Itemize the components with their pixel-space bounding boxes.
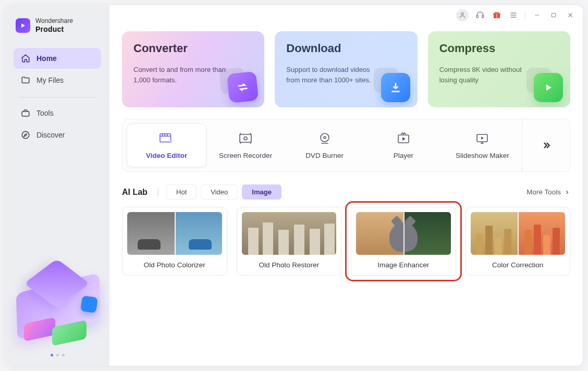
brand-line2: Product xyxy=(35,25,73,33)
sidebar-illustration xyxy=(5,244,109,354)
window-maximize-button[interactable] xyxy=(546,8,561,22)
ailab-tabs: Hot Video Image xyxy=(166,184,281,200)
svg-rect-3 xyxy=(476,15,478,18)
tool-label: DVD Burner xyxy=(305,152,344,159)
ailab-cards: Old Photo Colorizer Old Photo Restorer xyxy=(122,207,570,276)
ailab-card-old-photo-restorer[interactable]: Old Photo Restorer xyxy=(237,207,342,276)
tool-label: Player xyxy=(394,152,413,159)
brand-logo-icon xyxy=(16,18,30,33)
ailab-card-label: Old Photo Colorizer xyxy=(144,261,205,269)
card-desc: Support to download videos from more tha… xyxy=(286,65,380,85)
sidebar-item-home[interactable]: Home xyxy=(14,48,101,69)
gift-icon[interactable] xyxy=(489,8,504,22)
tool-label: Slideshow Maker xyxy=(456,152,509,159)
ailab-card-label: Old Photo Restorer xyxy=(259,261,319,269)
download-icon xyxy=(375,67,410,102)
svg-point-14 xyxy=(324,137,326,139)
converter-icon xyxy=(220,65,259,104)
ailab-card-label: Color Correction xyxy=(492,261,543,269)
tools-strip: Video Editor Screen Recorder DVD Burner xyxy=(122,119,570,172)
svg-point-1 xyxy=(22,131,29,139)
carousel-dot[interactable] xyxy=(62,354,65,356)
feature-card-converter[interactable]: Converter Convert to and from more than … xyxy=(122,31,264,107)
screen-recorder-icon xyxy=(238,132,253,145)
chevron-right-icon xyxy=(564,189,570,195)
sidebar-item-tools[interactable]: Tools xyxy=(14,103,101,123)
tool-video-editor[interactable]: Video Editor xyxy=(127,123,206,167)
svg-rect-0 xyxy=(22,112,29,116)
carousel-dots[interactable] xyxy=(5,354,109,358)
account-icon[interactable] xyxy=(456,9,469,21)
support-icon[interactable] xyxy=(473,8,487,22)
svg-point-13 xyxy=(321,133,329,142)
ailab-row: AI Lab | Hot Video Image More Tools xyxy=(122,184,570,200)
more-tools-link[interactable]: More Tools xyxy=(526,188,570,196)
feature-card-download[interactable]: Download Support to download videos from… xyxy=(275,31,417,107)
slideshow-maker-icon xyxy=(474,132,490,145)
tool-dvd-burner[interactable]: DVD Burner xyxy=(285,119,364,171)
thumbnail xyxy=(356,212,451,255)
tool-slideshow-maker[interactable]: Slideshow Maker xyxy=(443,119,522,171)
card-title: Compress xyxy=(439,42,559,55)
more-tools-label: More Tools xyxy=(526,188,561,196)
tool-screen-recorder[interactable]: Screen Recorder xyxy=(206,119,285,171)
card-title: Converter xyxy=(133,42,253,55)
sidebar-item-label: Discover xyxy=(36,131,65,139)
sidebar-item-label: My Files xyxy=(36,76,64,84)
feature-card-compress[interactable]: Compress Compress 8K video without losin… xyxy=(428,31,570,107)
sidebar-item-label: Tools xyxy=(36,109,54,117)
ailab-card-image-enhancer[interactable]: Image Enhancer xyxy=(351,207,456,276)
tool-label: Screen Recorder xyxy=(219,152,272,159)
window-minimize-button[interactable] xyxy=(530,8,544,22)
svg-rect-11 xyxy=(240,134,251,142)
card-desc: Convert to and from more than 1,000 form… xyxy=(133,65,227,85)
tool-label: Video Editor xyxy=(146,152,187,159)
card-title: Download xyxy=(286,42,406,55)
window-close-button[interactable] xyxy=(563,8,578,22)
brand-line1: Wondershare xyxy=(35,18,73,25)
card-desc: Compress 8K video without losing quality xyxy=(439,65,533,85)
ailab-card-label: Image Enhancer xyxy=(377,261,429,269)
tools-more-button[interactable] xyxy=(522,119,570,171)
ailab-tab-video[interactable]: Video xyxy=(201,184,238,200)
thumbnail xyxy=(471,212,566,255)
chevron-double-right-icon xyxy=(541,140,552,151)
content: Converter Convert to and from more than … xyxy=(109,25,583,366)
video-editor-icon xyxy=(159,132,175,145)
sidebar-item-label: Home xyxy=(36,54,57,63)
svg-rect-4 xyxy=(482,15,484,18)
main-area: Converter Convert to and from more than … xyxy=(109,5,583,366)
svg-rect-9 xyxy=(160,133,171,142)
ailab-separator: | xyxy=(157,188,159,197)
sidebar-separator xyxy=(18,97,97,97)
svg-rect-8 xyxy=(552,14,556,17)
compress-icon xyxy=(528,67,563,102)
sidebar-item-my-files[interactable]: My Files xyxy=(14,70,101,91)
folder-icon xyxy=(21,76,30,85)
ailab-card-old-photo-colorizer[interactable]: Old Photo Colorizer xyxy=(122,207,227,276)
menu-icon[interactable] xyxy=(506,8,521,22)
sidebar-item-discover[interactable]: Discover xyxy=(14,125,101,145)
home-icon xyxy=(21,54,30,63)
carousel-dot[interactable] xyxy=(51,354,53,356)
svg-point-12 xyxy=(244,137,247,140)
app-window: Wondershare Product Home My Files Tools … xyxy=(5,5,583,366)
brand: Wondershare Product xyxy=(5,18,109,48)
thumbnail xyxy=(242,212,337,255)
dvd-burner-icon xyxy=(317,132,333,145)
svg-rect-7 xyxy=(496,13,497,18)
svg-point-2 xyxy=(461,13,464,15)
player-icon xyxy=(396,132,411,145)
titlebar xyxy=(109,5,583,25)
tool-player[interactable]: Player xyxy=(364,119,443,171)
toolbox-icon xyxy=(21,108,30,118)
ailab-tab-hot[interactable]: Hot xyxy=(166,184,197,200)
ailab-card-color-correction[interactable]: Color Correction xyxy=(466,207,571,276)
ailab-tab-image[interactable]: Image xyxy=(242,184,281,200)
compass-icon xyxy=(21,130,30,140)
ailab-title: AI Lab xyxy=(122,188,148,197)
thumbnail xyxy=(127,212,222,255)
carousel-dot[interactable] xyxy=(56,354,59,356)
feature-cards-row: Converter Convert to and from more than … xyxy=(122,31,570,107)
sidebar: Wondershare Product Home My Files Tools … xyxy=(5,5,109,366)
